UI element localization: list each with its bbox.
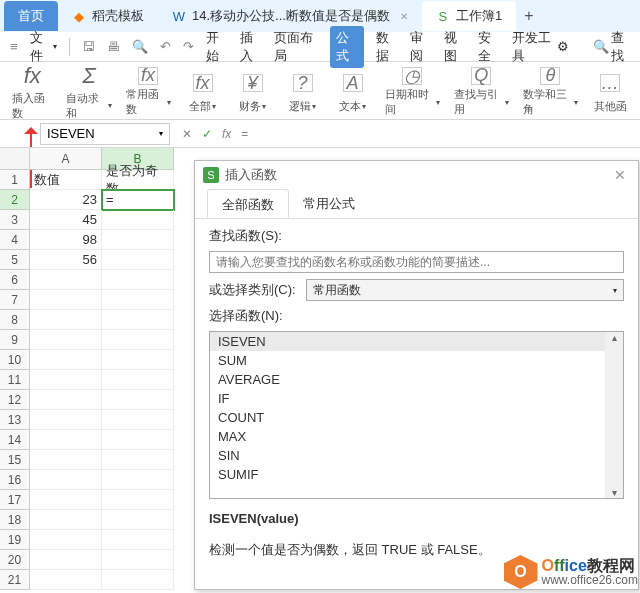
menu-dev[interactable]: 开发工具 ⚙ bbox=[512, 29, 568, 65]
cell[interactable] bbox=[102, 290, 174, 310]
cell[interactable] bbox=[30, 330, 102, 350]
cell[interactable] bbox=[30, 390, 102, 410]
name-box[interactable]: ISEVEN ▾ bbox=[40, 123, 170, 145]
cell[interactable] bbox=[102, 550, 174, 570]
cell[interactable] bbox=[30, 270, 102, 290]
cell[interactable] bbox=[102, 430, 174, 450]
function-list-item[interactable]: MAX bbox=[210, 427, 605, 446]
tab-file1[interactable]: W 14.移动办公技...断数值是否是偶数 ✕ bbox=[158, 1, 422, 31]
new-tab-button[interactable]: + bbox=[516, 7, 541, 25]
function-list-item[interactable]: ISEVEN bbox=[210, 332, 605, 351]
row-header[interactable]: 14 bbox=[0, 430, 30, 450]
logic-fn-button[interactable]: ? 逻辑▾ bbox=[279, 64, 327, 119]
cell[interactable] bbox=[30, 530, 102, 550]
menu-security[interactable]: 安全 bbox=[478, 29, 500, 65]
save-icon[interactable]: 🖫 bbox=[82, 39, 95, 54]
menu-layout[interactable]: 页面布局 bbox=[274, 29, 318, 65]
row-header[interactable]: 19 bbox=[0, 530, 30, 550]
row-header[interactable]: 17 bbox=[0, 490, 30, 510]
function-list-item[interactable]: COUNT bbox=[210, 408, 605, 427]
row-header[interactable]: 1 bbox=[0, 170, 30, 190]
row-header[interactable]: 8 bbox=[0, 310, 30, 330]
row-header[interactable]: 18 bbox=[0, 510, 30, 530]
row-header[interactable]: 9 bbox=[0, 330, 30, 350]
row-header[interactable]: 15 bbox=[0, 450, 30, 470]
cell[interactable] bbox=[102, 390, 174, 410]
redo-icon[interactable]: ↷ bbox=[183, 39, 194, 54]
cell[interactable] bbox=[30, 350, 102, 370]
menu-formula[interactable]: 公式 bbox=[330, 26, 364, 68]
other-fn-button[interactable]: … 其他函 bbox=[586, 64, 634, 119]
category-select[interactable]: 常用函数 ▾ bbox=[306, 279, 624, 301]
cell[interactable]: 56 bbox=[30, 250, 102, 270]
cell[interactable]: 是否为奇数 bbox=[102, 170, 174, 190]
menu-icon[interactable]: ≡ bbox=[10, 39, 18, 54]
cell[interactable] bbox=[102, 230, 174, 250]
row-header[interactable]: 10 bbox=[0, 350, 30, 370]
lookup-fn-button[interactable]: Q 查找与引用▾ bbox=[448, 64, 515, 119]
row-header[interactable]: 12 bbox=[0, 390, 30, 410]
cell[interactable] bbox=[102, 270, 174, 290]
cell[interactable] bbox=[102, 350, 174, 370]
row-header[interactable]: 13 bbox=[0, 410, 30, 430]
cell[interactable] bbox=[102, 310, 174, 330]
cell[interactable]: 数值 bbox=[30, 170, 102, 190]
cell[interactable] bbox=[30, 370, 102, 390]
autosum-button[interactable]: Σ 自动求和▾ bbox=[60, 64, 117, 119]
cell[interactable] bbox=[30, 310, 102, 330]
cell[interactable]: = bbox=[102, 190, 174, 210]
close-icon[interactable]: ✕ bbox=[400, 11, 408, 22]
cell[interactable] bbox=[30, 490, 102, 510]
cell[interactable] bbox=[30, 550, 102, 570]
function-list-item[interactable]: SIN bbox=[210, 446, 605, 465]
fx-label-icon[interactable]: fx bbox=[222, 127, 231, 141]
row-header[interactable]: 5 bbox=[0, 250, 30, 270]
chevron-down-icon[interactable]: ▾ bbox=[159, 129, 163, 138]
select-all-corner[interactable] bbox=[0, 148, 30, 170]
cell[interactable] bbox=[102, 570, 174, 590]
cell[interactable] bbox=[30, 430, 102, 450]
row-header[interactable]: 6 bbox=[0, 270, 30, 290]
col-header-a[interactable]: A bbox=[30, 148, 102, 170]
tab-common-formulas[interactable]: 常用公式 bbox=[289, 189, 369, 218]
function-list-item[interactable]: SUMIF bbox=[210, 465, 605, 484]
row-header[interactable]: 3 bbox=[0, 210, 30, 230]
text-fn-button[interactable]: A 文本▾ bbox=[329, 64, 377, 119]
cell[interactable] bbox=[30, 410, 102, 430]
menu-insert[interactable]: 插入 bbox=[240, 29, 262, 65]
dialog-titlebar[interactable]: S 插入函数 ✕ bbox=[195, 161, 638, 189]
cancel-formula-icon[interactable]: ✕ bbox=[182, 127, 192, 141]
menu-view[interactable]: 视图 bbox=[444, 29, 466, 65]
file-menu[interactable]: 文件▾ bbox=[30, 29, 57, 65]
cell[interactable] bbox=[102, 250, 174, 270]
cell[interactable] bbox=[102, 370, 174, 390]
cell[interactable] bbox=[102, 490, 174, 510]
math-fn-button[interactable]: θ 数学和三角▾ bbox=[517, 64, 584, 119]
cell[interactable] bbox=[30, 470, 102, 490]
row-header[interactable]: 20 bbox=[0, 550, 30, 570]
function-list-item[interactable]: AVERAGE bbox=[210, 370, 605, 389]
tab-home[interactable]: 首页 bbox=[4, 1, 58, 31]
cell[interactable] bbox=[102, 330, 174, 350]
cell[interactable] bbox=[30, 570, 102, 590]
cell[interactable] bbox=[102, 410, 174, 430]
common-fn-button[interactable]: fx 常用函数▾ bbox=[120, 64, 177, 119]
cell[interactable] bbox=[102, 210, 174, 230]
function-list-item[interactable]: SUM bbox=[210, 351, 605, 370]
cell[interactable]: 45 bbox=[30, 210, 102, 230]
finance-fn-button[interactable]: ¥ 财务▾ bbox=[229, 64, 277, 119]
menu-review[interactable]: 审阅 bbox=[410, 29, 432, 65]
function-list-item[interactable]: IF bbox=[210, 389, 605, 408]
row-header[interactable]: 11 bbox=[0, 370, 30, 390]
row-header[interactable]: 21 bbox=[0, 570, 30, 590]
menu-data[interactable]: 数据 bbox=[376, 29, 398, 65]
print-icon[interactable]: 🖶 bbox=[107, 39, 120, 54]
row-header[interactable]: 16 bbox=[0, 470, 30, 490]
insert-function-button[interactable]: fx 插入函数 bbox=[6, 64, 58, 119]
cell[interactable]: 23 bbox=[30, 190, 102, 210]
cell[interactable] bbox=[102, 450, 174, 470]
menu-start[interactable]: 开始 bbox=[206, 29, 228, 65]
cell[interactable] bbox=[30, 510, 102, 530]
close-icon[interactable]: ✕ bbox=[610, 167, 630, 183]
formula-value[interactable]: = bbox=[241, 127, 248, 141]
